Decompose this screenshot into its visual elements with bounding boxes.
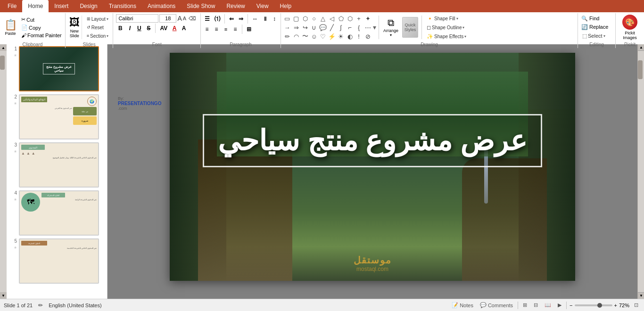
font-color-button[interactable]: A [170,25,179,32]
shapes-expand-button[interactable]: ▾ [373,24,376,31]
shape-elbow[interactable]: ⌐ [346,23,354,32]
status-edit-icon[interactable]: ✏ [38,302,43,309]
tab-file[interactable]: File [2,0,22,12]
layout-button[interactable]: ⊞ Layout ▾ [84,16,111,23]
shape-no[interactable]: ⊘ [363,32,372,41]
shape-freeform[interactable]: ✏ [283,32,291,41]
zoom-out-button[interactable]: − [570,303,572,308]
quick-styles-button[interactable]: Quick Styles [402,17,418,38]
font-size-input[interactable] [159,14,176,23]
text-highlight-button[interactable]: A [180,25,188,32]
notes-button[interactable]: 📝 Notes [450,302,475,309]
tab-slideshow[interactable]: Slide Show [181,0,221,12]
shape-brace[interactable]: { [355,23,363,32]
format-painter-button[interactable]: 🖌 Format Painter [20,32,63,39]
panel-scroll-down[interactable]: ▼ [0,292,7,299]
justify-button[interactable]: ≡ [231,25,239,33]
tab-animations[interactable]: Animations [142,0,181,12]
slide-item-4[interactable]: 4 ★ 🗺 الفكرة المشتركة نص المحتوى للشريحة… [8,190,105,236]
tab-view[interactable]: View [251,0,274,12]
shape-pentagon[interactable]: ⬠ [337,14,345,23]
copy-button[interactable]: 📄 Copy [20,24,63,31]
shape-line[interactable]: ╱ [328,23,336,32]
columns-button[interactable]: ⫴ [261,15,269,23]
shape-tri[interactable]: △ [319,14,327,23]
shape-more[interactable]: ⋯ [363,23,372,32]
shape-circle[interactable]: ○ [310,14,318,23]
panel-scroll-up[interactable]: ▲ [0,44,7,51]
new-slide-button[interactable]: 🖼 NewSlide [67,16,82,39]
tab-transitions[interactable]: Transitions [103,0,142,12]
bold-button[interactable]: B [116,25,124,32]
indent-dec-button[interactable]: ⇐ [227,15,236,23]
shape-outline-button[interactable]: ◻ Shape Outline ▾ [424,24,469,32]
panel-scrollbar[interactable]: ▲ ▼ [0,44,7,299]
shape-plus[interactable]: + [355,14,363,23]
strikethrough-button[interactable]: S [144,25,153,32]
tab-review[interactable]: Review [221,0,250,12]
shape-u[interactable]: ∪ [310,23,318,32]
comments-button[interactable]: 💬 Comments [478,302,515,309]
shape-arrow[interactable]: → [283,23,291,32]
slide-sorter-button[interactable]: ⊟ [532,302,540,309]
align-center-button[interactable]: ≡ [212,25,221,33]
slideshow-button[interactable]: ▶ [556,302,563,309]
font-name-input[interactable] [116,14,158,23]
font-grow-button[interactable]: A [177,15,182,22]
indent-inc-button[interactable]: ⇒ [237,15,245,23]
slide-thumb-2[interactable]: الوقائع المالية والتأثير 🌍 نص المحتوى هن… [19,94,99,139]
font-shrink-button[interactable]: A [183,16,186,21]
select-button[interactable]: ⬚ Select ▾ [580,32,613,40]
reset-button[interactable]: ↺ Reset [84,24,111,31]
zoom-slider[interactable] [575,304,612,306]
find-button[interactable]: 🔍 Find [580,15,613,22]
fit-slide-button[interactable]: ⊡ [632,302,640,309]
clear-format-button[interactable]: ⌫ [187,15,198,22]
shape-rtri[interactable]: ◁ [328,14,336,23]
shape-hex[interactable]: ⬡ [346,14,354,23]
shape-moon[interactable]: ◐ [346,32,354,41]
underline-button[interactable]: U [135,25,143,32]
shape-bend[interactable]: ↪ [301,23,309,32]
shape-rounded[interactable]: ▢ [292,14,300,23]
char-spacing-button[interactable]: AV [158,25,169,32]
shape-bang[interactable]: ! [355,32,363,41]
tab-design[interactable]: Design [74,0,103,12]
slide-thumb-5[interactable]: الحلول المقترحة نص المحتوى الخاص بالشريح… [19,238,99,284]
slide-item-3[interactable]: 3 ★ المحتوى ▲ ▲ ▲ نص المحتوى الخاص بالشر… [8,142,105,188]
slide-item-2[interactable]: 2 ★ الوقائع المالية والتأثير 🌍 نص المحتو… [8,94,105,139]
bullets-button[interactable]: ☰ [203,15,212,23]
slide-thumb-1[interactable]: عرض مشروع منتج سياحي [19,46,99,91]
section-button[interactable]: ≡ Section ▾ [84,33,111,40]
shape-heart[interactable]: ♡ [319,32,327,41]
replace-button[interactable]: 🔄 Replace [580,24,613,31]
align-left-button[interactable]: ≡ [203,25,211,33]
shape-smiley[interactable]: ☺ [310,32,318,41]
title-box[interactable]: عرض مشروع منتج سياحي [203,114,542,167]
zoom-in-button[interactable]: + [614,303,617,308]
tab-help[interactable]: Help [274,0,297,12]
arrange-button[interactable]: ⧉ Arrange ▾ [381,16,400,38]
shape-arrow2[interactable]: ⇒ [292,23,300,32]
canvas-scroll-down[interactable]: ▼ [638,292,644,299]
italic-button[interactable]: I [125,25,134,32]
align-right-button[interactable]: ≡ [222,26,230,33]
numbering-button[interactable]: ⑴ [213,15,222,24]
shape-worm[interactable]: 〜 [301,32,309,41]
slide-canvas[interactable]: عرض مشروع منتج سياحي موستقل mostaql.com [170,53,575,281]
cut-button[interactable]: ✂ Cut [20,16,63,23]
slide-item-5[interactable]: 5 ★ الحلول المقترحة نص المحتوى الخاص بال… [8,238,105,284]
shape-star4[interactable]: ✦ [363,14,372,23]
shape-callout[interactable]: 💬 [319,23,327,32]
slide-item-1[interactable]: 1 ★ عرض مشروع منتج سياحي [8,46,105,91]
reading-view-button[interactable]: 📖 [543,302,553,309]
shape-curve[interactable]: ∫ [337,23,345,32]
shape-effects-button[interactable]: ✨ Shape Effects ▾ [424,33,469,41]
shape-rect[interactable]: ▭ [283,14,291,23]
normal-view-button[interactable]: ⊞ [521,302,529,309]
line-spacing-button[interactable]: ↕ [270,15,279,23]
text-direction-button[interactable]: ↔ [250,15,260,23]
shape-lightning[interactable]: ⚡ [328,32,336,41]
tab-insert[interactable]: Insert [49,0,74,12]
slide-thumb-4[interactable]: 🗺 الفكرة المشتركة نص المحتوى للشريحة الر… [19,190,99,236]
